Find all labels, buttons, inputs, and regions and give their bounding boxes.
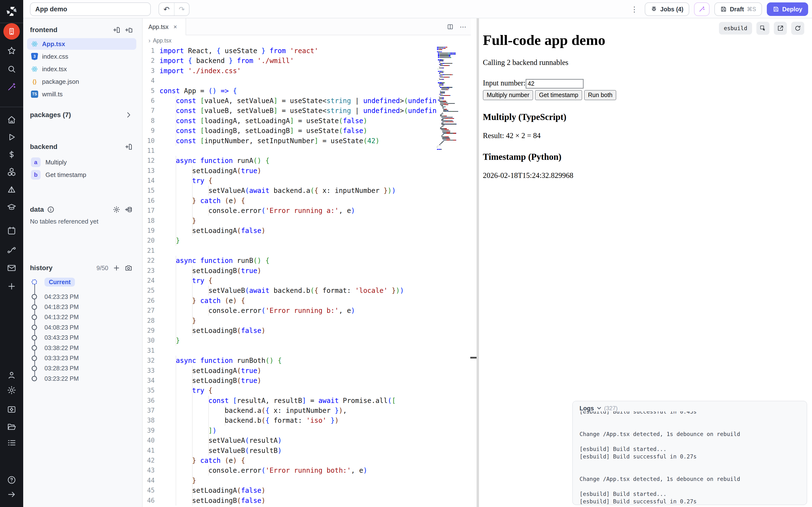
- app-name-input[interactable]: App demo: [30, 2, 151, 16]
- add-snapshot-icon[interactable]: [113, 264, 120, 272]
- split-editor-icon[interactable]: [447, 23, 454, 31]
- variables-icon[interactable]: [7, 150, 16, 159]
- code-line[interactable]: 17 console.error('Error running a:', e): [143, 206, 471, 216]
- resources-icon[interactable]: [7, 167, 16, 177]
- code-line[interactable]: 23 setLoadingB(true): [143, 266, 471, 276]
- expand-icon[interactable]: [7, 490, 16, 499]
- add-icon[interactable]: [7, 282, 16, 291]
- undo-button[interactable]: ↶: [159, 3, 174, 15]
- mail-icon[interactable]: [7, 263, 16, 273]
- code-line[interactable]: 34 setLoadingB(true): [143, 376, 471, 386]
- code-line[interactable]: 33 setLoadingA(true): [143, 366, 471, 376]
- code-line[interactable]: 12 async function runA() {: [143, 156, 471, 166]
- run-both-button[interactable]: Run both: [584, 90, 616, 100]
- history-entry[interactable]: 03:23:22 PM: [30, 374, 137, 384]
- code-line[interactable]: 46 setLoadingB(false): [143, 496, 471, 506]
- code-line[interactable]: 14 try {: [143, 176, 471, 186]
- user-icon[interactable]: [7, 370, 16, 380]
- camera-icon[interactable]: [125, 264, 133, 272]
- editor-scrollbar[interactable]: [468, 46, 471, 507]
- windmill-logo[interactable]: [0, 0, 23, 23]
- code-line[interactable]: 30 }: [143, 336, 471, 345]
- deploy-button[interactable]: Deploy: [767, 2, 808, 16]
- file-item-wmill-ts[interactable]: TSwmill.ts: [27, 89, 136, 100]
- code-line[interactable]: 13 setLoadingA(true): [143, 166, 471, 176]
- list-icon[interactable]: [7, 438, 16, 448]
- history-entry[interactable]: 04:23:23 PM: [30, 292, 137, 302]
- code-line[interactable]: 37 backend.a({ x: inputNumber }),: [143, 406, 471, 415]
- packages-section-header[interactable]: packages (7): [30, 111, 133, 119]
- input-number-field[interactable]: [526, 79, 583, 89]
- code-line[interactable]: 40 setValueA(resultA): [143, 436, 471, 445]
- instance-settings-icon[interactable]: [7, 405, 16, 414]
- star-icon[interactable]: [7, 46, 16, 56]
- history-current[interactable]: Current: [30, 276, 137, 288]
- search-icon[interactable]: [7, 64, 16, 74]
- code-line[interactable]: 38 backend.b({ format: 'iso' }): [143, 415, 471, 426]
- logs-output[interactable]: [esbuild] Build successful in 0.45s Chan…: [579, 408, 803, 505]
- wand-icon[interactable]: [7, 82, 16, 92]
- code-line[interactable]: 5const App = () => {: [143, 86, 471, 96]
- open-external-button[interactable]: [774, 22, 787, 35]
- code-line[interactable]: 19 setLoadingA(false): [143, 226, 471, 236]
- code-line[interactable]: 6 const [valueA, setValueA] = useState<s…: [143, 96, 471, 106]
- code-line[interactable]: 10 const [inputNumber, setInputNumber] =…: [143, 136, 471, 146]
- close-tab-icon[interactable]: ×: [173, 23, 177, 31]
- code-line[interactable]: 11: [143, 146, 471, 156]
- app-icon[interactable]: [3, 23, 20, 40]
- code-line[interactable]: 42 } catch (e) {: [143, 456, 471, 465]
- add-database-icon[interactable]: [125, 206, 133, 213]
- code-line[interactable]: 18 }: [143, 216, 471, 226]
- code-line[interactable]: 9 const [loadingB, setLoadingB] = useSta…: [143, 126, 471, 136]
- learn-icon[interactable]: [7, 202, 16, 212]
- backend-runnable-b[interactable]: bGet timestamp: [27, 169, 136, 181]
- panel-divider[interactable]: [476, 18, 479, 507]
- code-line[interactable]: 32 async function runBoth() {: [143, 356, 471, 365]
- code-line[interactable]: 4: [143, 76, 471, 86]
- data-settings-gear-icon[interactable]: [113, 206, 120, 213]
- history-entry[interactable]: 03:38:22 PM: [30, 343, 137, 353]
- backend-runnable-a[interactable]: aMultiply: [27, 157, 136, 168]
- code-line[interactable]: 27 console.error('Error running b:', e): [143, 306, 471, 316]
- jobs-button[interactable]: Jobs (4): [645, 2, 689, 16]
- file-item-package-json[interactable]: {}package.json: [27, 76, 136, 88]
- code-line[interactable]: 1import React, { useState } from 'react': [143, 46, 471, 56]
- code-line[interactable]: 24 try {: [143, 276, 471, 286]
- code-line[interactable]: 25 setValueB(await backend.b({ format: '…: [143, 286, 471, 295]
- ai-wand-button[interactable]: [694, 2, 710, 16]
- flows-icon[interactable]: [7, 245, 16, 255]
- folders-icon[interactable]: [7, 422, 16, 432]
- history-entry[interactable]: 04:08:23 PM: [30, 322, 137, 332]
- editor-more-icon[interactable]: ⋯: [460, 23, 467, 31]
- add-file-icon[interactable]: [125, 143, 133, 151]
- code-line[interactable]: 36 const [resultA, resultB] = await Prom…: [143, 396, 471, 406]
- code-line[interactable]: 7 const [valueB, setValueB] = useState<s…: [143, 106, 471, 116]
- code-line[interactable]: 43 console.error('Error running both:', …: [143, 465, 471, 475]
- logs-title[interactable]: Logs: [579, 405, 594, 412]
- add-folder-icon[interactable]: [125, 26, 133, 34]
- chevron-right-icon[interactable]: [125, 111, 133, 119]
- code-line[interactable]: 3import './index.css': [143, 66, 471, 76]
- code-line[interactable]: 15 setValueA(await backend.a({ x: inputN…: [143, 186, 471, 195]
- inspect-button[interactable]: [756, 22, 769, 35]
- resize-handle[interactable]: [470, 357, 476, 358]
- bundler-badge[interactable]: esbuild: [719, 22, 752, 35]
- history-entry[interactable]: 03:28:23 PM: [30, 363, 137, 374]
- refresh-button[interactable]: [791, 22, 804, 35]
- code-area[interactable]: 1import React, { useState } from 'react'…: [143, 46, 471, 507]
- file-item-app-tsx[interactable]: App.tsx: [27, 38, 136, 50]
- history-entry[interactable]: 04:18:23 PM: [30, 302, 137, 312]
- code-line[interactable]: 31: [143, 346, 471, 356]
- code-line[interactable]: 45 setLoadingA(false): [143, 486, 471, 495]
- code-line[interactable]: 21: [143, 246, 471, 256]
- minimap[interactable]: [437, 47, 468, 151]
- multiply-number-button[interactable]: Multiply number: [483, 90, 533, 100]
- home-icon[interactable]: [7, 115, 16, 125]
- code-line[interactable]: 2import { backend } from './wmill': [143, 56, 471, 66]
- code-line[interactable]: 41 setValueB(resultB): [143, 446, 471, 456]
- draft-button[interactable]: Draft⌘S: [714, 2, 762, 16]
- history-entry[interactable]: 03:33:23 PM: [30, 353, 137, 363]
- kebab-menu-icon[interactable]: ⋮: [629, 5, 640, 13]
- schedules-icon[interactable]: [7, 226, 16, 236]
- file-item-index-css[interactable]: 3index.css: [27, 51, 136, 62]
